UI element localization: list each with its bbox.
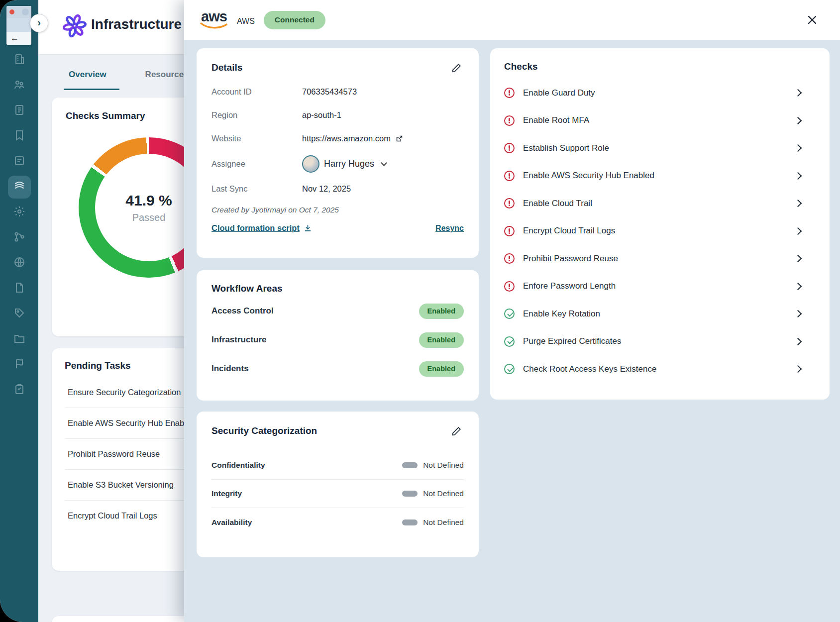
security-row: Availability Not Defined [211,508,464,536]
chevron-down-icon [381,160,387,166]
not-defined-pill-icon [402,519,418,525]
workflow-label: Infrastructure [211,335,267,345]
checks-card: Checks Enable Guard Duty Enable Root MFA… [490,48,830,400]
sidebar-item-documents[interactable] [8,100,31,122]
chevron-right-icon [794,282,802,290]
checks-list: Enable Guard Duty Enable Root MFA Establ… [504,79,816,383]
building-icon [13,53,25,67]
sidebar: ← [0,0,38,622]
panel-body: Details Account ID 706335434573 Region a… [184,40,840,622]
detail-label: Assignee [211,159,302,169]
detail-row-last-sync: Last Sync Nov 12, 2025 [211,177,464,201]
workflow-row: Infrastructure Enabled [211,328,464,352]
enabled-badge: Enabled [419,332,464,348]
alert-circle-icon [504,253,515,264]
check-item[interactable]: Check Root Access Keys Existence [504,355,816,383]
sidebar-item-settings[interactable] [8,201,31,224]
tab-overview[interactable]: Overview [64,70,119,90]
chevron-right-icon [794,116,802,124]
check-item[interactable]: Purge Expired Certificates [504,328,816,356]
detail-row-assignee: Assignee Harry Huges [211,150,464,177]
security-row: Confidentiality Not Defined [211,451,464,480]
check-item[interactable]: Enable Cloud Trail [504,190,816,217]
last-sync-value: Nov 12, 2025 [302,184,351,194]
folder-icon [13,332,25,346]
account-id-value: 706335434573 [302,87,357,97]
resync-link[interactable]: Resync [435,224,464,233]
globe-icon [13,256,25,270]
website-link[interactable]: https://aws.amazon.com [302,134,404,143]
chevron-right-icon [794,200,802,207]
assignee-dropdown[interactable]: Harry Huges [302,155,386,173]
sidebar-item-network[interactable] [8,252,31,275]
check-item[interactable]: Enable Guard Duty [504,79,816,107]
chevron-right-icon [794,172,802,180]
chevron-right-icon [794,89,802,97]
thumbnail-body [6,18,31,32]
flag-icon [13,358,25,372]
chevron-right-icon [794,144,802,152]
detail-label: Website [211,134,302,143]
check-item[interactable]: Encrypt Cloud Trail Logs [504,217,816,245]
security-categorization-title: Security Categorization [211,425,317,436]
close-icon[interactable] [803,11,821,29]
not-defined-pill-icon [402,491,418,497]
check-circle-icon [504,336,515,347]
sidebar-item-folder[interactable] [8,328,31,351]
sidebar-item-flag[interactable] [8,353,31,376]
workflow-label: Incidents [211,364,249,374]
alert-circle-icon [504,88,515,98]
security-categorization-card: Security Categorization Confidentiality … [197,412,479,557]
edit-security-pencil-icon[interactable] [449,423,464,438]
sidebar-item-clipboard[interactable] [8,379,31,402]
detail-label: Last Sync [211,184,302,194]
details-card: Details Account ID 706335434573 Region a… [197,48,479,258]
check-item[interactable]: Enable AWS Security Hub Enabled [504,162,816,190]
check-item[interactable]: Enable Root MFA [504,107,816,135]
provider-name: AWS [237,17,255,26]
panel-header: aws AWS Connected [184,0,840,40]
security-label: Availability [211,518,252,527]
sidebar-item-infrastructure-active[interactable] [8,176,31,199]
edit-details-pencil-icon[interactable] [449,60,464,75]
layers-icon [13,180,26,195]
sidebar-item-bookmark[interactable] [8,125,31,148]
check-item[interactable]: Enfore Password Length [504,273,816,301]
aws-logo: aws [198,10,230,29]
sidebar-item-users[interactable] [8,74,31,97]
chevron-right-icon [794,365,802,373]
assignee-name: Harry Huges [324,159,374,169]
check-item[interactable]: Prohibit Password Reuse [504,245,816,273]
enabled-badge: Enabled [419,361,464,377]
aws-connection-panel: aws AWS Connected Details [184,0,840,622]
users-icon [13,79,25,93]
security-value: Not Defined [423,518,464,527]
sidebar-expand-button[interactable]: › [30,14,48,32]
sidebar-item-tag[interactable] [8,303,31,325]
sidebar-item-building[interactable] [8,49,31,72]
detail-row-account-id: Account ID 706335434573 [211,80,464,104]
circle-icon [22,8,29,15]
security-value: Not Defined [423,461,464,470]
check-item[interactable]: Establish Support Role [504,134,816,162]
detail-label: Region [211,110,302,120]
window-preview-thumbnail[interactable]: ← [6,6,31,45]
sidebar-item-file[interactable] [8,277,31,300]
back-arrow-icon[interactable]: ← [6,32,31,45]
detail-row-website: Website https://aws.amazon.com [211,127,464,150]
cloud-formation-script-link[interactable]: Cloud formation script [211,223,312,233]
chevron-right-icon [794,255,802,263]
clipboard-icon [13,383,25,397]
security-row: Integrity Not Defined [211,480,464,508]
sidebar-item-notes[interactable] [8,150,31,173]
sidebar-item-workflow[interactable] [8,226,31,249]
alert-circle-icon [504,226,515,236]
workflow-row: Access Control Enabled [211,299,464,323]
passed-label: Passed [132,212,166,223]
tab-resources[interactable]: Resources [143,70,191,90]
check-item[interactable]: Enable Key Rotation [504,300,816,328]
enabled-badge: Enabled [419,304,464,319]
alert-circle-icon [504,115,515,126]
detail-label: Account ID [211,87,302,97]
workflow-row: Incidents Enabled [211,357,464,381]
